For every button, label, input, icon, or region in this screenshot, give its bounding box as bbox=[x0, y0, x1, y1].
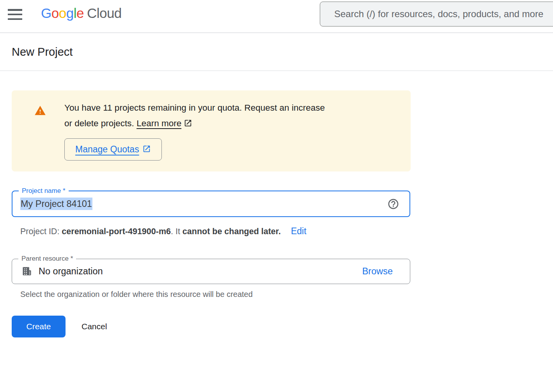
project-id-note: cannot be changed later. bbox=[183, 227, 281, 236]
help-icon[interactable] bbox=[387, 198, 399, 210]
menu-icon[interactable] bbox=[8, 8, 23, 21]
project-id-row: Project ID: ceremonial-port-491900-m6. I… bbox=[12, 226, 553, 237]
create-button[interactable]: Create bbox=[12, 316, 66, 337]
menu-bar bbox=[8, 9, 22, 11]
warning-icon bbox=[34, 105, 46, 161]
menu-bar bbox=[8, 14, 22, 16]
quota-message-line1: You have 11 projects remaining in your q… bbox=[64, 103, 325, 113]
logo-letter: o bbox=[59, 5, 66, 21]
manage-quotas-button[interactable]: Manage Quotas bbox=[64, 138, 162, 161]
menu-bar bbox=[8, 18, 22, 20]
parent-resource-helper: Select the organization or folder where … bbox=[12, 290, 553, 299]
logo-letter: e bbox=[76, 5, 84, 21]
new-project-form: You have 11 projects remaining in your q… bbox=[0, 90, 553, 337]
quota-warning-banner: You have 11 projects remaining in your q… bbox=[12, 90, 411, 171]
banner-body: You have 11 projects remaining in your q… bbox=[64, 100, 325, 161]
project-name-input[interactable]: My Project 84101 bbox=[12, 191, 409, 216]
open-in-new-icon bbox=[142, 145, 151, 154]
quota-message: You have 11 projects remaining in your q… bbox=[64, 100, 325, 132]
parent-resource-value: No organization bbox=[39, 266, 103, 277]
search-placeholder: Search (/) for resources, docs, products… bbox=[334, 9, 543, 19]
project-name-value: My Project 84101 bbox=[20, 199, 92, 209]
logo-cloud-text: Cloud bbox=[87, 5, 122, 21]
logo-letter: l bbox=[74, 5, 76, 21]
cancel-button[interactable]: Cancel bbox=[82, 322, 107, 331]
manage-quotas-label: Manage Quotas bbox=[75, 144, 139, 155]
google-cloud-logo[interactable]: GoogleCloud bbox=[41, 5, 122, 21]
quota-message-line2: or delete projects. bbox=[64, 118, 134, 128]
browse-button[interactable]: Browse bbox=[362, 266, 393, 277]
parent-resource-field[interactable]: Parent resource * No organization Browse bbox=[12, 259, 410, 284]
project-name-field[interactable]: Project name * My Project 84101 bbox=[12, 191, 410, 217]
project-id-middle: . It bbox=[171, 227, 183, 236]
parent-resource-label: Parent resource * bbox=[18, 255, 76, 263]
learn-more-link[interactable]: Learn more bbox=[136, 118, 181, 128]
page-title: New Project bbox=[12, 46, 73, 58]
selected-text: My Project 84101 bbox=[20, 198, 92, 210]
open-in-new-icon bbox=[184, 117, 192, 132]
search-input[interactable]: Search (/) for resources, docs, products… bbox=[320, 2, 553, 26]
logo-letter: G bbox=[41, 5, 51, 21]
project-id-value: ceremonial-port-491900-m6 bbox=[62, 227, 171, 236]
edit-project-id-button[interactable]: Edit bbox=[291, 226, 307, 237]
logo-letter: o bbox=[51, 5, 59, 21]
logo-letter: g bbox=[66, 5, 74, 21]
top-app-bar: GoogleCloud Search (/) for resources, do… bbox=[0, 0, 553, 33]
organization-icon bbox=[21, 266, 32, 278]
project-id-text: Project ID: ceremonial-port-491900-m6. I… bbox=[20, 227, 281, 237]
project-id-prefix: Project ID: bbox=[20, 227, 62, 236]
project-name-label: Project name * bbox=[19, 187, 69, 195]
form-actions: Create Cancel bbox=[12, 316, 553, 337]
page-header: New Project bbox=[0, 33, 553, 71]
parent-resource-input[interactable]: No organization Browse bbox=[12, 259, 410, 284]
